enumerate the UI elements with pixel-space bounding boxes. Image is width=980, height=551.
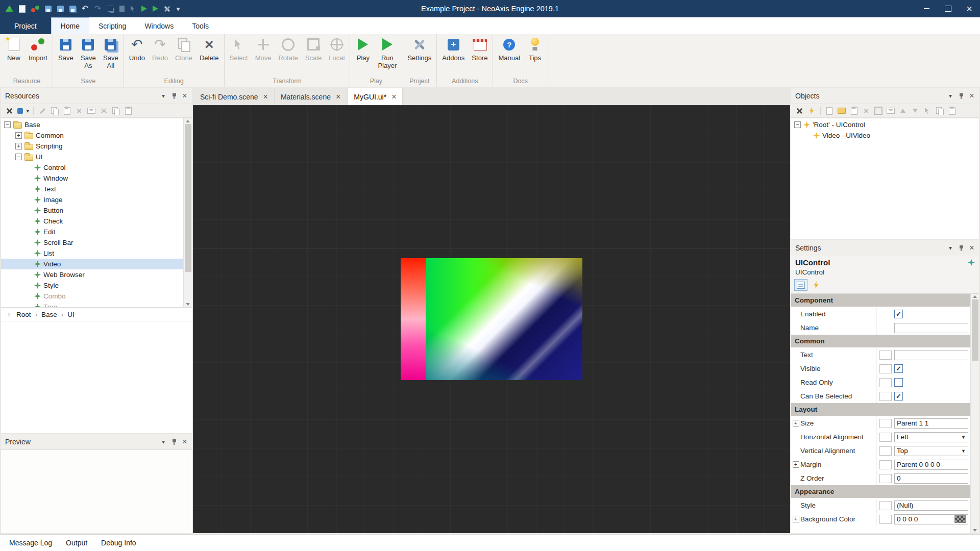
mail-icon[interactable] (87, 107, 96, 115)
close-icon[interactable] (182, 93, 188, 99)
collapse-icon[interactable]: − (4, 121, 11, 128)
scroll-up-icon[interactable] (186, 120, 190, 122)
duplicate-icon[interactable] (111, 107, 120, 115)
scroll-down-icon[interactable] (973, 529, 977, 532)
tips-button[interactable]: Tips (524, 36, 546, 62)
paste-icon[interactable] (849, 107, 859, 115)
tree-item-scroll-bar[interactable]: Scroll Bar (1, 237, 183, 248)
resources-file-list[interactable] (1, 321, 192, 433)
save-as-button[interactable]: Save As (77, 36, 100, 69)
settings-button[interactable]: Settings (404, 36, 435, 62)
tree-item-web-browser[interactable]: Web Browser (1, 269, 183, 280)
close-icon[interactable] (182, 439, 188, 445)
addons-button[interactable]: Addons (438, 36, 468, 62)
enabled-checkbox[interactable] (894, 310, 903, 318)
pin-icon[interactable] (959, 93, 964, 99)
tree-item-base[interactable]: −Base (1, 119, 183, 130)
new-icon[interactable] (18, 5, 27, 13)
save-all-button[interactable]: Save All (100, 36, 122, 69)
scroll-down-icon[interactable] (186, 303, 190, 306)
save-icon[interactable] (44, 5, 52, 13)
pin-icon[interactable] (172, 93, 177, 99)
expand-icon[interactable]: + (793, 420, 799, 427)
cut-icon[interactable] (99, 107, 108, 115)
breadcrumb-base[interactable]: Base (41, 311, 57, 318)
rename-icon[interactable] (38, 107, 47, 115)
tab-sci-fi-demo-scene[interactable]: Sci-fi Demo.scene× (194, 88, 275, 105)
scrollbar-thumb[interactable] (185, 124, 191, 272)
clipboard-icon[interactable] (947, 107, 957, 115)
tree-item-image[interactable]: Image (1, 194, 183, 205)
tree-item-check[interactable]: Check (1, 216, 183, 227)
background-color-field[interactable]: 0 0 0 0 (894, 514, 968, 524)
options-icon[interactable] (795, 107, 804, 115)
menu-project[interactable]: Project (0, 17, 51, 34)
expand-icon[interactable]: + (793, 461, 799, 468)
import-button[interactable]: Import (25, 36, 51, 62)
expand-icon[interactable]: + (15, 132, 22, 139)
save-button[interactable]: Save (55, 36, 77, 62)
tree-item-control[interactable]: Control (1, 162, 183, 173)
text-input[interactable] (894, 350, 968, 360)
resources-scrollbar[interactable] (183, 118, 192, 307)
video-preview-image[interactable] (401, 258, 582, 380)
copy-icon[interactable] (935, 107, 944, 115)
minimize-button[interactable] (916, 0, 937, 17)
clipboard-icon[interactable] (124, 107, 133, 115)
save-as-icon[interactable] (56, 5, 64, 13)
margin-field[interactable]: Parent 0 0 0 0 (894, 460, 968, 470)
tab-close-icon[interactable]: × (336, 93, 340, 101)
tree-item-scripting[interactable]: +Scripting (1, 141, 183, 152)
tab-close-icon[interactable]: × (263, 93, 268, 101)
expand-icon[interactable]: + (15, 143, 22, 149)
redo-icon[interactable] (93, 5, 102, 13)
read-only-checkbox[interactable] (894, 378, 903, 387)
settings-scrollbar[interactable] (970, 294, 979, 533)
import-icon[interactable] (31, 5, 40, 13)
collapse-icon[interactable]: − (15, 154, 22, 160)
undo-button[interactable]: Undo (126, 36, 149, 62)
name-input[interactable] (894, 323, 968, 333)
scrollbar-thumb[interactable] (972, 299, 978, 361)
tree-item-button[interactable]: Button (1, 205, 183, 216)
events-tab[interactable] (810, 279, 823, 291)
bottom-tab-output[interactable]: Output (66, 539, 87, 547)
bottom-tab-debug-info[interactable]: Debug Info (101, 539, 136, 547)
new-button[interactable]: New (3, 36, 25, 62)
tree-item-list[interactable]: List (1, 248, 183, 259)
tree-item-ui[interactable]: −UI (1, 152, 183, 162)
tree-item-style[interactable]: Style (1, 280, 183, 291)
tree-item-video-uivideo[interactable]: Video - UIVideo (791, 130, 979, 141)
horizontal-alignment-dropdown[interactable]: Left▼ (894, 432, 968, 442)
visible-checkbox[interactable] (894, 364, 903, 373)
tree-item-edit[interactable]: Edit (1, 227, 183, 237)
tree-item-video[interactable]: Video (1, 259, 183, 269)
paste-icon[interactable] (118, 5, 126, 13)
settings-icon[interactable] (163, 5, 171, 13)
undo-icon[interactable] (81, 5, 89, 13)
options-icon[interactable] (5, 107, 14, 115)
select-icon[interactable] (130, 5, 136, 13)
ui-editor-viewport[interactable] (193, 105, 790, 533)
tab-materials-scene[interactable]: Materials.scene× (275, 88, 347, 105)
delete-button[interactable]: Delete (196, 36, 223, 62)
delete-icon[interactable] (75, 107, 84, 115)
mail-icon[interactable] (886, 107, 895, 115)
play-icon[interactable] (140, 5, 148, 13)
z-order-field[interactable]: 0 (894, 473, 968, 484)
bottom-tab-message-log[interactable]: Message Log (9, 539, 52, 547)
close-icon[interactable] (969, 245, 975, 252)
move-up-icon[interactable] (898, 107, 908, 115)
maximize-button[interactable] (937, 0, 959, 17)
tab-mygui-ui[interactable]: MyGUI.ui*× (347, 88, 403, 105)
paste-icon[interactable] (62, 107, 71, 115)
neoaxis-logo-icon[interactable] (5, 5, 14, 13)
box-icon[interactable] (874, 107, 883, 115)
tab-close-icon[interactable]: × (391, 93, 396, 101)
store-button[interactable]: Store (468, 36, 491, 62)
tree-item-combo[interactable]: Combo (1, 291, 183, 302)
events-icon[interactable] (807, 107, 816, 115)
tree-item-text[interactable]: Text (1, 184, 183, 194)
panel-menu-icon[interactable] (160, 439, 166, 445)
select-icon[interactable] (923, 107, 932, 115)
